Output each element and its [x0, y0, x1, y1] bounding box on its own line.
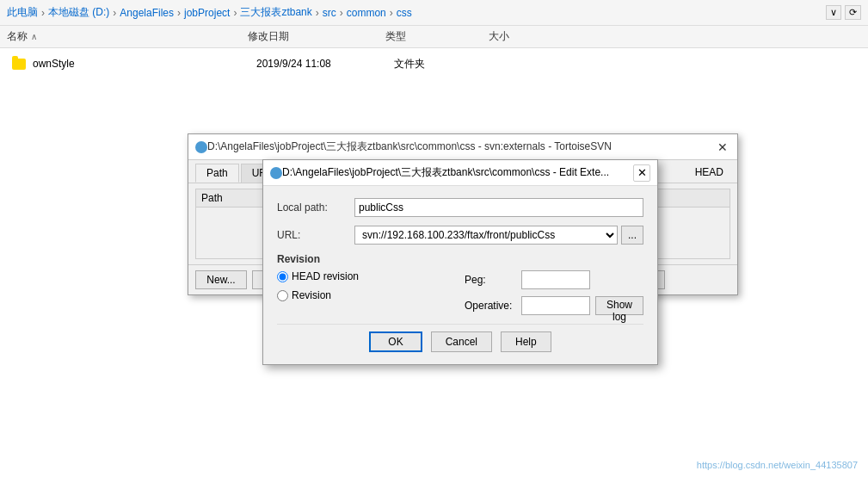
local-path-row: Local path: [277, 198, 643, 217]
revision-grid: HEAD revision Revision Peg: Operative: [277, 270, 643, 315]
revision-radio-row: Revision [277, 289, 456, 301]
list-item[interactable]: ownStyle 2019/9/24 11:08 文件夹 [7, 52, 861, 76]
breadcrumb-ztbank[interactable]: 三大报表ztbank [240, 5, 311, 20]
url-select[interactable]: svn://192.168.100.233/ftax/front/publicC… [354, 226, 618, 245]
revision-label: Revision [292, 289, 331, 301]
file-name: ownStyle [33, 58, 256, 70]
breadcrumb-refresh-btn[interactable]: ⟳ [845, 5, 861, 20]
svn-title-icon [195, 141, 207, 153]
tab-path[interactable]: Path [195, 164, 239, 183]
operative-input[interactable] [521, 296, 590, 315]
col-size-header: 大小 [489, 29, 575, 44]
dialog-ok-button[interactable]: OK [369, 331, 422, 352]
peg-row: Peg: [465, 270, 643, 289]
svn-title-text: D:\AngelaFiles\jobProject\三大报表ztbank\src… [207, 139, 715, 154]
svn-new-button[interactable]: New... [195, 270, 247, 289]
col-date-header: 修改日期 [248, 29, 385, 44]
breadcrumb-src[interactable]: src [323, 7, 336, 19]
edit-title-icon [270, 167, 282, 179]
edit-title-text: D:\AngelaFiles\jobProject\三大报表ztbank\src… [282, 165, 633, 180]
folder-icon [10, 56, 28, 71]
peg-input[interactable] [521, 270, 590, 289]
operative-row: Operative: Show log [465, 296, 643, 315]
revision-title: Revision [277, 253, 643, 265]
breadcrumb-css[interactable]: css [397, 7, 412, 19]
svn-title-bar: D:\AngelaFiles\jobProject\三大报表ztbank\src… [188, 134, 737, 160]
file-date: 2019/9/24 11:08 [256, 58, 394, 70]
dialog-cancel-button[interactable]: Cancel [431, 331, 492, 352]
edit-externals-dialog: D:\AngelaFiles\jobProject\三大报表ztbank\src… [262, 159, 658, 365]
tab-head: HEAD [688, 164, 730, 183]
edit-title-bar: D:\AngelaFiles\jobProject\三大报表ztbank\src… [263, 160, 657, 186]
file-type: 文件夹 [394, 57, 497, 71]
breadcrumb-dropdown-btn[interactable]: ∨ [826, 5, 841, 20]
file-list: ownStyle 2019/9/24 11:08 文件夹 [0, 48, 868, 79]
col-type-header: 类型 [385, 29, 489, 44]
breadcrumb-drive[interactable]: 本地磁盘 (D:) [48, 5, 109, 20]
url-label: URL: [277, 229, 354, 241]
dialog-help-button[interactable]: Help [501, 331, 551, 352]
revision-section: Revision HEAD revision Revision [277, 253, 643, 315]
url-browse-button[interactable]: ... [621, 226, 643, 245]
head-revision-radio[interactable] [277, 271, 288, 282]
breadcrumb-angela[interactable]: AngelaFiles [120, 7, 174, 19]
breadcrumb: 此电脑 › 本地磁盘 (D:) › AngelaFiles › jobProje… [0, 0, 868, 26]
revision-radio[interactable] [277, 290, 288, 301]
dialog-buttons: OK Cancel Help [277, 324, 643, 356]
peg-label: Peg: [465, 274, 516, 286]
head-revision-label: HEAD revision [292, 270, 359, 282]
local-path-label: Local path: [277, 201, 354, 214]
url-row: URL: svn://192.168.100.233/ftax/front/pu… [277, 226, 643, 245]
head-revision-row: HEAD revision [277, 270, 456, 282]
breadcrumb-pc[interactable]: 此电脑 [7, 5, 38, 20]
operative-label: Operative: [465, 300, 516, 312]
watermark: https://blog.csdn.net/weixin_44135807 [697, 460, 858, 470]
breadcrumb-common[interactable]: common [347, 7, 386, 19]
col-name-header: 名称 [7, 29, 28, 44]
local-path-input[interactable] [354, 198, 643, 217]
edit-close-button[interactable]: ✕ [633, 164, 650, 182]
edit-dialog-body: Local path: URL: svn://192.168.100.233/f… [263, 186, 657, 364]
breadcrumb-job[interactable]: jobProject [184, 7, 230, 19]
svn-close-button[interactable]: ✕ [715, 139, 730, 155]
sort-arrow: ∧ [31, 32, 37, 41]
show-log-button[interactable]: Show log [595, 296, 643, 315]
column-headers: 名称 ∧ 修改日期 类型 大小 [0, 26, 868, 48]
